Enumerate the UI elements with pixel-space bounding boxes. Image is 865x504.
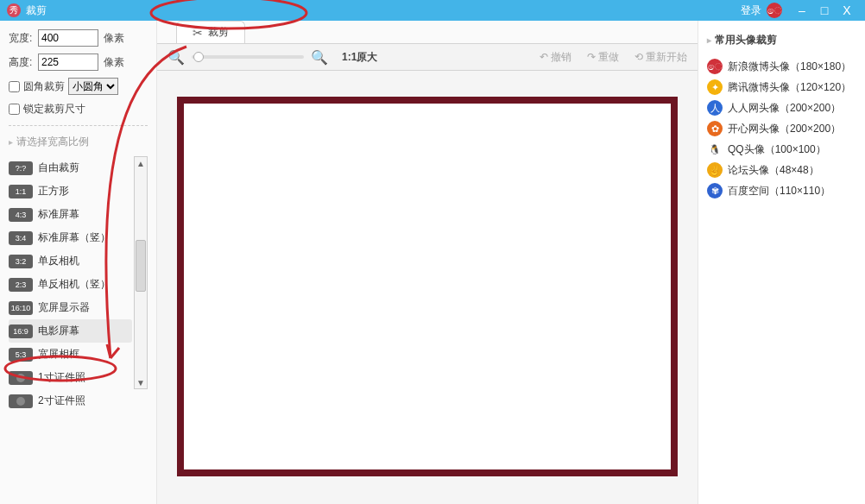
width-unit: 像素 (104, 31, 124, 46)
preset-icon: ෙ (707, 59, 723, 74)
scroll-thumb[interactable] (136, 240, 146, 292)
lock-size-label: 锁定裁剪尺寸 (23, 102, 85, 117)
tab-crop[interactable]: ✂ 裁剪 (176, 21, 245, 43)
ratio-item-3[interactable]: 3:4标准屏幕（竖） (9, 226, 132, 249)
zoom-in-icon[interactable]: 🔍 (311, 49, 328, 66)
ratio-label: 标准屏幕 (38, 207, 79, 222)
restart-icon: ⟲ (635, 51, 643, 63)
minimize-button[interactable]: – (791, 3, 813, 17)
preset-item-1[interactable]: ✦腾讯微博头像（120×120） (707, 77, 856, 98)
ratio-label: 单反相机（竖） (38, 277, 110, 292)
scroll-down-icon[interactable]: ▼ (135, 376, 147, 390)
presets-title: 常用头像裁剪 (707, 33, 856, 47)
ratio-item-2[interactable]: 4:3标准屏幕 (9, 203, 132, 226)
camera-icon (9, 371, 33, 385)
ratio-label: 1寸证件照 (38, 370, 85, 385)
ratio-label: 单反相机 (38, 254, 79, 268)
ratio-badge: 2:3 (9, 278, 33, 292)
redo-button[interactable]: ↷重做 (587, 50, 619, 65)
round-corner-checkbox[interactable] (9, 81, 20, 92)
restart-button[interactable]: ⟲重新开始 (635, 50, 687, 65)
width-label: 宽度: (9, 31, 38, 46)
ratio-label: 2寸证件照 (38, 394, 85, 408)
right-panel: 常用头像裁剪 ෙ新浪微博头像（180×180）✦腾讯微博头像（120×120）人… (698, 21, 865, 504)
ratio-badge: ?:? (9, 161, 33, 175)
camera-icon (9, 394, 33, 408)
ratio-item-5[interactable]: 2:3单反相机（竖） (9, 273, 132, 296)
ratio-item-7[interactable]: 16:9电影屏幕 (9, 319, 132, 343)
scissors-icon: ✂ (193, 26, 203, 40)
ratio-item-9[interactable]: 1寸证件照 (9, 366, 132, 389)
zoom-label: 1:1原大 (342, 50, 377, 65)
zoom-thumb[interactable] (193, 52, 204, 62)
app-icon: 秀 (7, 3, 21, 17)
ratio-badge: 3:4 (9, 231, 33, 245)
round-corner-label: 圆角裁剪 (23, 79, 65, 94)
ratio-badge: 16:10 (9, 301, 33, 315)
redo-icon: ↷ (587, 51, 596, 63)
ratio-label: 宽屏显示器 (38, 300, 90, 315)
ratio-label: 宽屏相框 (38, 347, 79, 362)
round-corner-select[interactable]: 小圆角 (68, 78, 118, 95)
height-label: 高度: (9, 55, 38, 70)
preset-label: QQ头像（100×100） (728, 142, 826, 157)
zoom-out-icon[interactable]: 🔍 (167, 49, 185, 66)
ratio-item-6[interactable]: 16:10宽屏显示器 (9, 296, 132, 319)
tab-label: 裁剪 (208, 25, 229, 40)
zoom-toolbar: 🔍 🔍 1:1原大 ↶撤销 ↷重做 ⟲重新开始 (157, 43, 698, 71)
width-input[interactable] (38, 29, 98, 47)
ratio-badge: 16:9 (9, 324, 33, 338)
left-panel: 宽度: 像素 高度: 像素 圆角裁剪 小圆角 锁定裁剪尺寸 请选择宽高比例 ?:… (0, 21, 157, 504)
height-unit: 像素 (104, 55, 124, 70)
title-bar: 秀 裁剪 登录 ෙ – □ X (0, 0, 865, 21)
preset-icon: 🐧 (707, 142, 723, 157)
preset-icon: ✾ (707, 183, 723, 198)
ratio-list: ?:?自由裁剪1:1正方形4:3标准屏幕3:4标准屏幕（竖）3:2单反相机2:3… (9, 156, 148, 415)
preset-icon: 人 (707, 100, 723, 116)
center-panel: ✂ 裁剪 🔍 🔍 1:1原大 ↶撤销 ↷重做 ⟲重新开始 (157, 21, 698, 504)
ratio-item-10[interactable]: 2寸证件照 (9, 389, 132, 413)
scroll-up-icon[interactable]: ▲ (135, 157, 147, 171)
crop-canvas[interactable] (177, 97, 678, 476)
ratio-badge: 3:2 (9, 255, 33, 268)
ratio-label: 自由裁剪 (38, 161, 79, 175)
ratio-badge: 1:1 (9, 185, 33, 198)
preset-label: 论坛头像（48×48） (728, 163, 819, 178)
preset-item-4[interactable]: 🐧QQ头像（100×100） (707, 139, 856, 160)
preset-label: 百度空间（110×110） (728, 184, 830, 198)
preset-item-2[interactable]: 人人人网头像（200×200） (707, 98, 856, 118)
ratio-badge: 4:3 (9, 208, 33, 222)
ratio-badge: 5:3 (9, 348, 33, 362)
ratio-item-0[interactable]: ?:?自由裁剪 (9, 156, 132, 180)
close-button[interactable]: X (836, 3, 858, 17)
login-link[interactable]: 登录 (741, 3, 761, 18)
preset-item-6[interactable]: ✾百度空间（110×110） (707, 180, 856, 201)
preset-item-3[interactable]: ✿开心网头像（200×200） (707, 118, 856, 139)
height-input[interactable] (38, 54, 98, 71)
ratio-label: 正方形 (38, 184, 69, 198)
undo-button[interactable]: ↶撤销 (540, 50, 571, 65)
preset-icon: ✿ (707, 121, 723, 136)
weibo-icon[interactable]: ෙ (767, 3, 782, 18)
window-title: 裁剪 (26, 3, 47, 18)
preset-label: 新浪微博头像（180×180） (728, 60, 851, 74)
preset-icon: ✌ (707, 162, 723, 178)
ratio-label: 标准屏幕（竖） (38, 230, 110, 245)
ratio-scrollbar[interactable]: ▲ ▼ (134, 156, 148, 389)
preset-icon: ✦ (707, 79, 723, 95)
zoom-slider[interactable] (192, 55, 304, 59)
ratio-item-4[interactable]: 3:2单反相机 (9, 249, 132, 273)
ratio-item-1[interactable]: 1:1正方形 (9, 180, 132, 203)
preset-item-0[interactable]: ෙ新浪微博头像（180×180） (707, 56, 856, 77)
ratio-item-8[interactable]: 5:3宽屏相框 (9, 343, 132, 366)
preset-item-5[interactable]: ✌论坛头像（48×48） (707, 160, 856, 180)
ratio-section-title: 请选择宽高比例 (9, 135, 148, 149)
preset-label: 腾讯微博头像（120×120） (728, 80, 851, 95)
ratio-label: 电影屏幕 (38, 324, 79, 338)
undo-icon: ↶ (540, 51, 548, 63)
maximize-button[interactable]: □ (813, 3, 836, 17)
preset-label: 开心网头像（200×200） (728, 122, 841, 136)
preset-label: 人人网头像（200×200） (728, 101, 841, 116)
lock-size-checkbox[interactable] (9, 104, 20, 115)
